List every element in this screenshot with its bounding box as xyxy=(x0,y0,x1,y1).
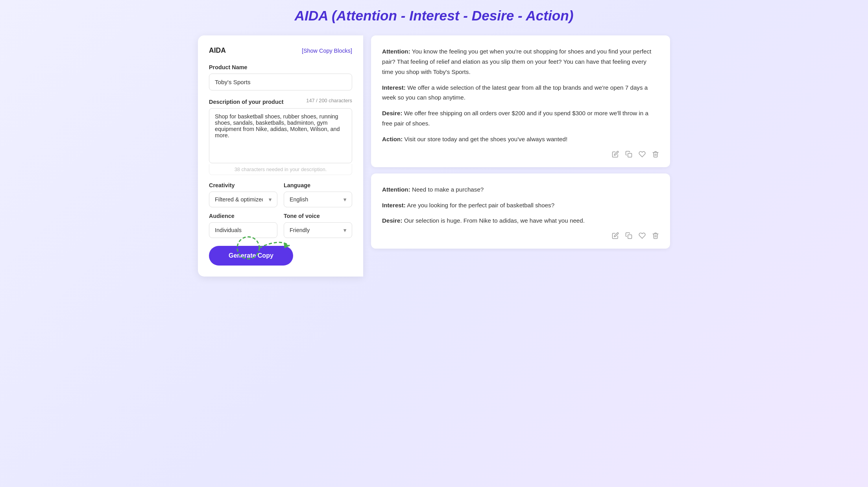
copy-icon-1[interactable] xyxy=(625,151,632,159)
result-1-desire: Desire: We offer free shipping on all or… xyxy=(382,108,659,129)
result-2-desire: Desire: Our selection is huge. From Nike… xyxy=(382,216,659,226)
product-name-input[interactable] xyxy=(209,74,352,90)
char-count: 147 / 200 characters xyxy=(306,98,352,103)
main-layout: AIDA [Show Copy Blocks] Product Name Des… xyxy=(198,35,670,277)
panel-header: AIDA [Show Copy Blocks] xyxy=(209,46,352,55)
result-1-actions xyxy=(382,151,659,159)
product-name-label: Product Name xyxy=(209,64,352,70)
creativity-select-wrapper: Filtered & optimized ▼ xyxy=(209,192,277,207)
creativity-select[interactable]: Filtered & optimized xyxy=(209,192,277,207)
edit-icon-2[interactable] xyxy=(612,232,619,241)
svg-point-0 xyxy=(237,237,259,259)
result-1-action: Action: Visit our store today and get th… xyxy=(382,134,659,144)
annotation-arrow xyxy=(229,230,307,266)
heart-icon-1[interactable] xyxy=(639,151,646,159)
language-select-wrapper: English ▼ xyxy=(284,192,352,207)
result-text-1: Attention: You know the feeling you get … xyxy=(382,46,659,144)
result-1-interest: Interest: We offer a wide selection of t… xyxy=(382,83,659,103)
result-card-1: Attention: You know the feeling you get … xyxy=(371,35,670,167)
creativity-language-row: Creativity Filtered & optimized ▼ Langua… xyxy=(209,182,352,207)
right-panel: Attention: You know the feeling you get … xyxy=(363,35,670,255)
char-hint: 38 characters needed in your description… xyxy=(209,164,352,175)
language-label: Language xyxy=(284,182,352,188)
result-2-interest: Interest: Are you looking for the perfec… xyxy=(382,200,659,210)
panel-title: AIDA xyxy=(209,46,226,55)
trash-icon-2[interactable] xyxy=(652,232,659,241)
audience-label: Audience xyxy=(209,213,277,219)
creativity-group: Creativity Filtered & optimized ▼ xyxy=(209,182,277,207)
result-2-actions xyxy=(382,232,659,241)
result-card-2: Attention: Need to make a purchase? Inte… xyxy=(371,173,670,249)
description-textarea[interactable]: Shop for basketball shoes, rubber shoes,… xyxy=(209,108,352,163)
description-group: Description of your product 147 / 200 ch… xyxy=(209,98,352,175)
language-group: Language English ▼ xyxy=(284,182,352,207)
result-1-attention: Attention: You know the feeling you get … xyxy=(382,46,659,77)
edit-icon-1[interactable] xyxy=(612,151,619,159)
tone-label: Tone of voice xyxy=(284,213,352,219)
creativity-label: Creativity xyxy=(209,182,277,188)
heart-icon-2[interactable] xyxy=(639,232,646,241)
product-name-group: Product Name xyxy=(209,64,352,90)
language-select[interactable]: English xyxy=(284,192,352,207)
svg-rect-2 xyxy=(628,153,632,157)
result-text-2: Attention: Need to make a purchase? Inte… xyxy=(382,184,659,226)
show-copy-blocks-link[interactable]: [Show Copy Blocks] xyxy=(302,48,352,54)
trash-icon-1[interactable] xyxy=(652,151,659,159)
svg-rect-3 xyxy=(628,235,632,239)
result-2-attention: Attention: Need to make a purchase? xyxy=(382,184,659,195)
generate-row: Generate Copy xyxy=(209,238,352,266)
page-title: AIDA (Attention - Interest - Desire - Ac… xyxy=(8,8,860,24)
left-panel: AIDA [Show Copy Blocks] Product Name Des… xyxy=(198,35,363,277)
description-label: Description of your product xyxy=(209,99,283,105)
copy-icon-2[interactable] xyxy=(625,232,632,241)
